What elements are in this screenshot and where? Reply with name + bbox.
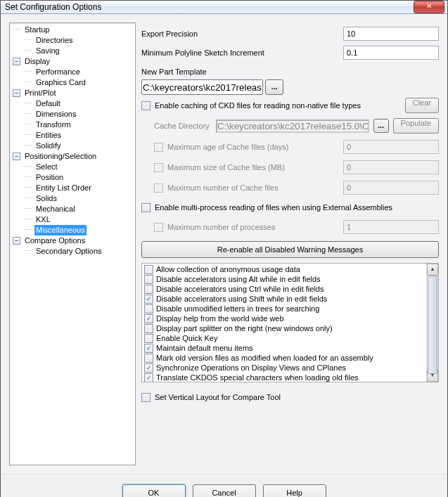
clear-cache-button[interactable]: Clear <box>405 98 439 113</box>
list-item[interactable]: Disable unmodified letters in trees for … <box>143 304 425 314</box>
option-checkbox[interactable]: ✓ <box>144 373 153 382</box>
cache-max-age-input <box>343 140 439 154</box>
populate-cache-button[interactable]: Populate <box>393 118 439 134</box>
cache-max-age-label: Maximum age of Cache files (days) <box>167 143 339 151</box>
tree-item-label[interactable]: Mechanical <box>34 204 77 214</box>
tree-item-label[interactable]: Default <box>34 98 62 109</box>
close-button[interactable]: ✕ <box>414 1 444 13</box>
tree-item[interactable]: ⋯Performance <box>11 67 134 77</box>
options-list-content[interactable]: Allow collection of anonymous usage data… <box>142 264 426 382</box>
list-item[interactable]: ✓Maintain default menu items <box>143 343 425 353</box>
browse-template-button[interactable]: ... <box>265 79 283 95</box>
help-button[interactable]: Help <box>263 484 326 497</box>
tree-item-label[interactable]: Solidify <box>34 141 62 151</box>
tree-item-label[interactable]: Display <box>23 56 51 67</box>
enable-multiproc-checkbox[interactable] <box>141 203 151 212</box>
tree-item-label[interactable]: Saving <box>34 46 61 56</box>
tree-item[interactable]: ⋯Entities <box>11 130 134 141</box>
option-checkbox[interactable]: ✓ <box>144 295 153 304</box>
cancel-button[interactable]: Cancel <box>193 484 256 497</box>
option-checkbox[interactable] <box>144 304 153 314</box>
tree-item-label[interactable]: Entities <box>34 130 63 141</box>
tree-item-label[interactable]: KXL <box>34 214 52 225</box>
min-poly-input[interactable] <box>343 46 439 60</box>
tree-item-label[interactable]: Position <box>34 172 65 183</box>
tree-item[interactable]: ⋯Mechanical <box>11 204 134 214</box>
ok-button[interactable]: OK <box>122 484 186 497</box>
list-item[interactable]: Enable Quick Key <box>143 333 425 343</box>
tree-item[interactable]: ⋯Default <box>11 98 134 109</box>
scroll-track[interactable] <box>427 276 438 370</box>
tree-toggle-icon[interactable]: − <box>13 58 20 65</box>
tree-item[interactable]: ⋯Solids <box>11 193 134 204</box>
list-item[interactable]: ✓Synchronize Operations on Display Views… <box>143 363 425 373</box>
tree-toggle-icon[interactable]: − <box>13 153 20 160</box>
nav-tree[interactable]: ⋯Startup⋯Directories⋯Saving−Display⋯Perf… <box>11 25 134 257</box>
list-item[interactable]: ✓Translate CKDOS special characters when… <box>143 373 425 382</box>
reenable-warnings-button[interactable]: Re-enable all Disabled Warning Messages <box>141 241 439 258</box>
option-checkbox[interactable]: ✓ <box>144 344 153 353</box>
tree-item-label[interactable]: Positioning/Selection <box>23 151 98 162</box>
scrollbar[interactable]: ▲ ▼ <box>426 264 438 382</box>
tree-toggle-icon[interactable]: − <box>13 237 20 245</box>
list-item[interactable]: ✓Disable accelerators using Shift while … <box>143 294 425 304</box>
tree-item[interactable]: −Compare Options <box>11 235 134 246</box>
list-item[interactable]: Allow collection of anonymous usage data <box>143 264 425 274</box>
tree-item-label[interactable]: Miscellaneous <box>34 225 87 235</box>
list-item[interactable]: ✓Display help from the world wide web <box>143 314 425 323</box>
tree-item[interactable]: ⋯Solidify <box>11 141 134 151</box>
option-checkbox[interactable] <box>144 265 153 274</box>
option-label: Disable accelerators using Ctrl while in… <box>156 284 324 294</box>
option-checkbox[interactable] <box>144 285 153 294</box>
tree-item[interactable]: ⋯KXL <box>11 214 134 225</box>
tree-item[interactable]: ⋯Position <box>11 172 134 183</box>
new-part-template-input[interactable] <box>141 79 263 95</box>
tree-item[interactable]: ⋯Directories <box>11 35 134 46</box>
tree-item-label[interactable]: Select <box>34 162 59 172</box>
scroll-up-button[interactable]: ▲ <box>427 264 438 276</box>
tree-item[interactable]: ⋯Dimensions <box>11 109 134 120</box>
tree-item[interactable]: ⋯Saving <box>11 46 134 56</box>
tree-item[interactable]: ⋯Secondary Options <box>11 246 134 257</box>
option-checkbox[interactable]: ✓ <box>144 363 153 373</box>
option-checkbox[interactable] <box>144 334 153 343</box>
tree-item[interactable]: ⋯Graphics Card <box>11 77 134 88</box>
tree-item[interactable]: −Display <box>11 56 134 67</box>
option-checkbox[interactable] <box>144 275 153 284</box>
tree-item[interactable]: −Print/Plot <box>11 88 134 98</box>
tree-item-label[interactable]: Directories <box>34 35 75 46</box>
scroll-thumb[interactable] <box>428 276 437 374</box>
enable-caching-checkbox[interactable] <box>141 101 151 110</box>
tree-item-label[interactable]: Performance <box>34 67 82 77</box>
browse-cache-button[interactable]: ... <box>373 119 389 133</box>
export-precision-input[interactable] <box>343 27 439 41</box>
tree-item-label[interactable]: Entity List Order <box>34 183 93 193</box>
tree-item[interactable]: ⋯Miscellaneous <box>11 225 134 235</box>
tree-item-label[interactable]: Print/Plot <box>23 88 58 98</box>
tree-toggle-icon[interactable]: − <box>13 89 20 97</box>
tree-item[interactable]: −Positioning/Selection <box>11 151 134 162</box>
list-item[interactable]: Disable accelerators using Ctrl while in… <box>143 284 425 294</box>
tree-item-label[interactable]: Graphics Card <box>34 77 87 88</box>
tree-item[interactable]: ⋯Transform <box>11 120 134 130</box>
list-item[interactable]: Disable accelerators using Alt while in … <box>143 274 425 284</box>
option-checkbox[interactable]: ✓ <box>144 314 153 323</box>
option-checkbox[interactable] <box>144 324 153 333</box>
tree-item-label[interactable]: Solids <box>34 193 58 204</box>
cache-max-size-checkbox <box>154 163 163 172</box>
tree-item-label[interactable]: Startup <box>23 25 51 35</box>
tree-item[interactable]: ⋯Select <box>11 162 134 172</box>
option-checkbox[interactable] <box>144 354 153 363</box>
tree-panel: ⋯Startup⋯Directories⋯Saving−Display⋯Perf… <box>9 22 136 465</box>
tree-item-label[interactable]: Compare Options <box>23 235 87 246</box>
tree-item[interactable]: ⋯Startup <box>11 25 134 35</box>
tree-item-label[interactable]: Dimensions <box>34 109 77 120</box>
tree-item-label[interactable]: Secondary Options <box>34 246 103 257</box>
list-item[interactable]: Display part splitter on the right (new … <box>143 323 425 333</box>
list-item[interactable]: Mark old version files as modified when … <box>143 353 425 363</box>
vertical-layout-checkbox[interactable] <box>141 393 151 402</box>
tree-connector-icon: ⋯ <box>24 120 32 130</box>
tree-connector-icon: ⋯ <box>24 246 32 257</box>
tree-item[interactable]: ⋯Entity List Order <box>11 183 134 193</box>
tree-item-label[interactable]: Transform <box>34 120 72 130</box>
